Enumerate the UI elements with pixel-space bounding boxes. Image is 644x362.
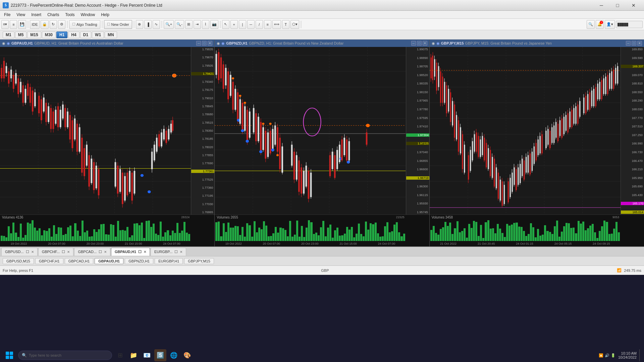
start-button[interactable] — [3, 349, 16, 362]
zoom-in-button[interactable]: 🔍+ — [164, 20, 174, 29]
volume-bar — [542, 235, 544, 241]
tf-h4[interactable]: H4 — [68, 32, 79, 38]
systray-network[interactable]: 🔼 — [599, 353, 603, 358]
tab-gbpusd[interactable]: GBPUSD... ☐ ✕ — [1, 248, 38, 256]
btab-gbpaudh1[interactable]: GBPAUD,H1 — [95, 258, 123, 264]
tf-w1[interactable]: W1 — [92, 32, 104, 38]
text-button[interactable]: T — [282, 20, 289, 29]
maximize-button[interactable]: □ — [610, 0, 625, 11]
close-button[interactable]: ✕ — [626, 0, 641, 11]
tf-m15[interactable]: M15 — [27, 32, 41, 38]
horizontal-line-button[interactable]: ─ — [247, 20, 255, 29]
new-chart-button[interactable]: ≡▾ — [1, 20, 9, 29]
taskbar-fivepercent[interactable]: 5️⃣ — [154, 349, 166, 361]
menu-insert[interactable]: Insert — [29, 12, 44, 18]
search-button[interactable]: 🔍 — [587, 20, 595, 29]
menu-charts[interactable]: Charts — [45, 12, 62, 18]
btab-gbpusdm15[interactable]: GBPUSD,M15 — [3, 258, 34, 264]
chart-gbpaud-body[interactable]: 1.79835 1.79670 1.79505 1.79421 1.79340 … — [0, 47, 214, 215]
menu-tools[interactable]: Tools — [63, 12, 77, 18]
tf-d1[interactable]: D1 — [80, 32, 91, 38]
taskbar-chrome[interactable]: 🌐 — [168, 349, 180, 361]
taskbar-mail[interactable]: 📧 — [141, 349, 153, 361]
systray-volume[interactable]: 🔊 — [605, 353, 609, 358]
chart-gbpjpy-minimize[interactable]: ─ — [626, 41, 631, 46]
tf-m30[interactable]: M30 — [42, 32, 56, 38]
ping-display: 249.75 ms — [624, 268, 641, 273]
volume-bar — [48, 228, 50, 241]
refresh-button[interactable]: ↻ — [50, 20, 57, 29]
taskbar-search-box[interactable]: 🔍 Type here to search — [18, 351, 112, 360]
algo-trading-button[interactable]: ☐Algo Trading — [69, 20, 100, 29]
fib-button[interactable]: ⟺ — [272, 20, 281, 29]
tab-gbpchf-close[interactable]: ✕ — [67, 250, 70, 254]
btab-gbpnzdh1[interactable]: GBPNZD,H1 — [125, 258, 153, 264]
taskbar-task-view[interactable]: ⊞ — [114, 349, 126, 361]
tab-eurgbp-close[interactable]: ✕ — [180, 250, 182, 254]
lock-button[interactable]: 🔒 — [41, 20, 49, 29]
volume-bar — [34, 228, 36, 241]
channel-button[interactable]: ≡ — [264, 20, 271, 29]
chart-gbpjpy-body[interactable]: 169.850 169.590 169.337 169.070 168.810 … — [430, 47, 644, 215]
shapes-button[interactable]: ⬡▾ — [290, 20, 299, 29]
profile-button[interactable]: 👤▾ — [605, 20, 615, 29]
tab-gbpcad[interactable]: GBPCAD... ☐ ✕ — [74, 248, 110, 256]
chart-gbpaud-close[interactable]: ✕ — [208, 41, 212, 46]
chart-gbpnzd-minimize[interactable]: ─ — [411, 41, 416, 46]
minimize-button[interactable]: ─ — [594, 0, 609, 11]
tf-h1[interactable]: H1 — [56, 32, 67, 38]
save-button[interactable]: 💾 — [18, 20, 26, 29]
volume-bar — [535, 237, 537, 241]
btab-gbpcadh1[interactable]: GBPCAD,H1 — [65, 258, 94, 264]
bar-chart-button[interactable]: ▐ — [144, 20, 152, 29]
btab-eurgbph1[interactable]: EURGBP,H1 — [155, 258, 183, 264]
taskbar-extra[interactable]: 🎨 — [181, 349, 193, 361]
trendline-button[interactable]: / — [256, 20, 263, 29]
tab-gbpchf[interactable]: GBPCHF... ☐ ✕ — [38, 248, 74, 256]
zoom-out-button[interactable]: 🔍- — [175, 20, 184, 29]
chart-gbpnzd-body[interactable]: 1.99075 1.98890 1.98705 1.98520 1.98335 … — [215, 47, 429, 215]
chart-gbpaud-maximize[interactable]: □ — [202, 41, 207, 46]
btab-gbpchfh1[interactable]: GBPCHF,H1 — [35, 258, 63, 264]
screenshot-button[interactable]: 📷 — [210, 20, 218, 29]
period-sep-button[interactable]: ⌇ — [202, 20, 209, 29]
chart-gbpjpy-maximize[interactable]: □ — [632, 41, 636, 46]
volume-bar — [41, 235, 43, 241]
scroll-right-button[interactable]: ⇥ — [194, 20, 201, 29]
show-desktop-button[interactable] — [639, 349, 641, 361]
tab-gbpcad-close[interactable]: ✕ — [104, 250, 107, 254]
volume-bar — [454, 228, 456, 241]
btab-gbpjpym15[interactable]: GBPJPY,M15 — [184, 258, 214, 264]
new-order-button[interactable]: ☐New Order — [104, 20, 132, 29]
vertical-line-button[interactable]: | — [239, 20, 246, 29]
tab-eurgbp[interactable]: EURGBP... ☐ ✕ — [151, 248, 186, 256]
volume-bar — [618, 232, 620, 241]
tab-gbpusd-close[interactable]: ✕ — [31, 250, 34, 254]
tf-m5[interactable]: M5 — [15, 32, 27, 38]
tf-mn[interactable]: MN — [105, 32, 117, 38]
cross-button[interactable]: + — [230, 20, 238, 29]
menu-view[interactable]: View — [14, 12, 28, 18]
menu-window[interactable]: Window — [78, 12, 98, 18]
chart-type-button[interactable]: ≡ — [10, 20, 17, 29]
taskbar-explorer[interactable]: 📁 — [127, 349, 140, 361]
notifications-button[interactable]: 🔔1 — [596, 20, 604, 29]
menu-file[interactable]: File — [1, 12, 13, 18]
tab-gbpaud[interactable]: GBPAUD,H1 ☐ ✕ — [111, 248, 150, 256]
chart-gbpjpy-close[interactable]: ✕ — [637, 41, 642, 46]
volume-bar — [268, 236, 270, 241]
config-button[interactable]: ⚙ — [58, 20, 65, 29]
tab-gbpaud-close[interactable]: ✕ — [144, 250, 146, 254]
grid-button[interactable]: ⊞ — [185, 20, 193, 29]
crosshair-button[interactable]: ⊕ — [136, 20, 143, 29]
chart-gbpnzd-close[interactable]: ✕ — [423, 41, 427, 46]
tf-m1[interactable]: M1 — [3, 32, 14, 38]
line-chart-button[interactable]: ∿ — [153, 20, 160, 29]
chart-gbpaud-minimize[interactable]: ─ — [196, 41, 201, 46]
chart-gbpnzd-maximize[interactable]: □ — [417, 41, 422, 46]
clock[interactable]: 10:10 AM 10/24/2022 — [618, 351, 637, 359]
cursor-button[interactable]: ↖ — [222, 20, 229, 29]
systray-battery[interactable]: 🔋 — [611, 353, 615, 358]
ide-button[interactable]: IDE — [30, 20, 39, 29]
menu-help[interactable]: Help — [98, 12, 112, 18]
